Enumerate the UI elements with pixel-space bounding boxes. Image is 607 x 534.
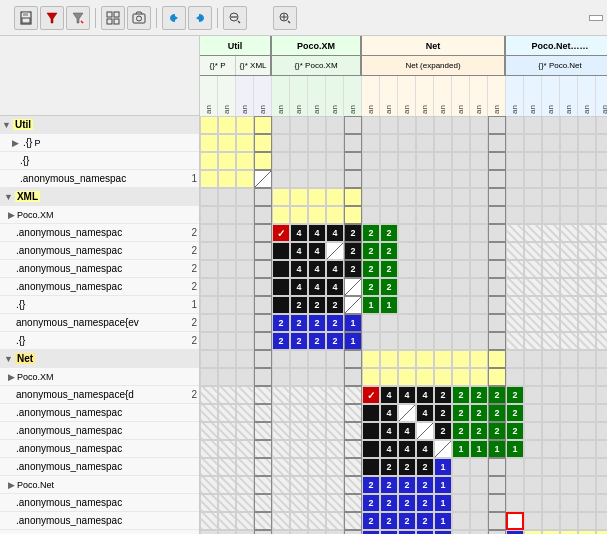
matrix-cell[interactable] bbox=[596, 188, 607, 206]
matrix-cell[interactable] bbox=[506, 116, 524, 134]
matrix-cell[interactable] bbox=[596, 332, 607, 350]
matrix-cell[interactable] bbox=[560, 242, 578, 260]
matrix-cell[interactable] bbox=[290, 440, 308, 458]
matrix-cell[interactable] bbox=[254, 116, 272, 134]
matrix-cell[interactable] bbox=[560, 368, 578, 386]
matrix-cell[interactable]: 2 bbox=[362, 278, 380, 296]
matrix-cell[interactable] bbox=[560, 314, 578, 332]
matrix-cell[interactable] bbox=[470, 296, 488, 314]
matrix-cell[interactable] bbox=[524, 296, 542, 314]
matrix-cell[interactable] bbox=[524, 152, 542, 170]
matrix-cell[interactable] bbox=[272, 404, 290, 422]
matrix-cell[interactable] bbox=[326, 134, 344, 152]
matrix-cell[interactable] bbox=[254, 224, 272, 242]
matrix-cell[interactable] bbox=[272, 152, 290, 170]
matrix-cell[interactable] bbox=[452, 152, 470, 170]
matrix-cell[interactable] bbox=[290, 476, 308, 494]
list-item[interactable]: .anonymous_namespac bbox=[0, 530, 199, 534]
matrix-cell[interactable]: 4 bbox=[290, 242, 308, 260]
list-item[interactable]: ▶ Poco.XM bbox=[0, 368, 199, 386]
matrix-cell[interactable] bbox=[434, 242, 452, 260]
matrix-cell[interactable] bbox=[578, 170, 596, 188]
matrix-cell[interactable] bbox=[290, 134, 308, 152]
matrix-cell[interactable] bbox=[542, 170, 560, 188]
matrix-cell[interactable]: 2 bbox=[362, 512, 380, 530]
matrix-cell[interactable] bbox=[272, 116, 290, 134]
matrix-cell[interactable]: 2 bbox=[290, 296, 308, 314]
matrix-cell[interactable] bbox=[434, 278, 452, 296]
matrix-cell[interactable] bbox=[200, 224, 218, 242]
matrix-cell[interactable]: 4 bbox=[290, 278, 308, 296]
matrix-cell[interactable] bbox=[272, 206, 290, 224]
matrix-cell[interactable] bbox=[560, 422, 578, 440]
matrix-cell[interactable] bbox=[380, 188, 398, 206]
matrix-cell[interactable] bbox=[290, 152, 308, 170]
matrix-cell[interactable] bbox=[236, 494, 254, 512]
matrix-cell[interactable] bbox=[596, 494, 607, 512]
matrix-cell[interactable] bbox=[416, 278, 434, 296]
matrix-cell[interactable] bbox=[398, 188, 416, 206]
matrix-cell[interactable] bbox=[218, 188, 236, 206]
matrix-cell[interactable] bbox=[218, 494, 236, 512]
matrix-cell[interactable]: 1 bbox=[452, 440, 470, 458]
matrix-cell[interactable] bbox=[236, 134, 254, 152]
matrix-cell[interactable] bbox=[506, 512, 524, 530]
list-item[interactable]: anonymous_namespace{ev 2 bbox=[0, 314, 199, 332]
list-item[interactable]: .anonymous_namespac 2 bbox=[0, 242, 199, 260]
matrix-cell[interactable]: 4 bbox=[398, 422, 416, 440]
matrix-cell[interactable]: 4 bbox=[308, 260, 326, 278]
matrix-cell[interactable] bbox=[542, 242, 560, 260]
matrix-cell[interactable] bbox=[362, 152, 380, 170]
matrix-cell[interactable] bbox=[452, 188, 470, 206]
matrix-cell[interactable] bbox=[488, 170, 506, 188]
matrix-cell[interactable]: 4 bbox=[290, 260, 308, 278]
matrix-cell[interactable] bbox=[344, 404, 362, 422]
matrix-cell[interactable] bbox=[254, 314, 272, 332]
matrix-cell[interactable] bbox=[290, 206, 308, 224]
list-item[interactable]: .anonymous_namespac 2 bbox=[0, 224, 199, 242]
matrix-cell[interactable] bbox=[560, 188, 578, 206]
matrix-cell[interactable]: 4 bbox=[398, 440, 416, 458]
matrix-cell[interactable] bbox=[470, 134, 488, 152]
matrix-cell[interactable] bbox=[326, 242, 344, 260]
matrix-cell[interactable] bbox=[524, 440, 542, 458]
matrix-cell[interactable] bbox=[434, 116, 452, 134]
matrix-cell[interactable] bbox=[236, 422, 254, 440]
camera-button[interactable] bbox=[127, 6, 151, 30]
matrix-cell[interactable] bbox=[596, 314, 607, 332]
matrix-cell[interactable] bbox=[344, 476, 362, 494]
matrix-cell[interactable] bbox=[326, 440, 344, 458]
matrix-cell[interactable] bbox=[236, 206, 254, 224]
matrix-cell[interactable] bbox=[524, 206, 542, 224]
matrix-cell[interactable]: 4 bbox=[416, 440, 434, 458]
list-item[interactable]: .{} bbox=[0, 152, 199, 170]
matrix-cell[interactable] bbox=[596, 296, 607, 314]
matrix-cell[interactable]: 2 bbox=[272, 332, 290, 350]
matrix-cell[interactable] bbox=[560, 440, 578, 458]
group-util[interactable]: ▼ Util bbox=[0, 116, 199, 134]
matrix-cell[interactable]: 2 bbox=[362, 530, 380, 534]
matrix-cell[interactable]: 4 bbox=[380, 422, 398, 440]
matrix-cell[interactable] bbox=[560, 476, 578, 494]
matrix-cell[interactable]: 2 bbox=[470, 386, 488, 404]
matrix-cell[interactable] bbox=[200, 260, 218, 278]
matrix-cell[interactable] bbox=[596, 368, 607, 386]
matrix-cell[interactable] bbox=[578, 332, 596, 350]
matrix-cell[interactable] bbox=[560, 530, 578, 534]
matrix-cell[interactable] bbox=[416, 242, 434, 260]
matrix-cell[interactable]: 2 bbox=[362, 476, 380, 494]
matrix-cell[interactable] bbox=[272, 530, 290, 534]
matrix-cell[interactable] bbox=[560, 332, 578, 350]
matrix-cell[interactable] bbox=[560, 494, 578, 512]
group-xml[interactable]: ▼ XML bbox=[0, 188, 199, 206]
matrix-cell[interactable] bbox=[578, 314, 596, 332]
matrix-cell[interactable] bbox=[326, 386, 344, 404]
matrix-cell[interactable] bbox=[200, 422, 218, 440]
matrix-cell[interactable] bbox=[254, 260, 272, 278]
matrix-cell[interactable] bbox=[200, 368, 218, 386]
matrix-cell[interactable] bbox=[416, 116, 434, 134]
matrix-cell[interactable] bbox=[344, 350, 362, 368]
matrix-cell[interactable] bbox=[488, 458, 506, 476]
matrix-cell[interactable]: 4 bbox=[308, 242, 326, 260]
matrix-cell[interactable] bbox=[542, 260, 560, 278]
